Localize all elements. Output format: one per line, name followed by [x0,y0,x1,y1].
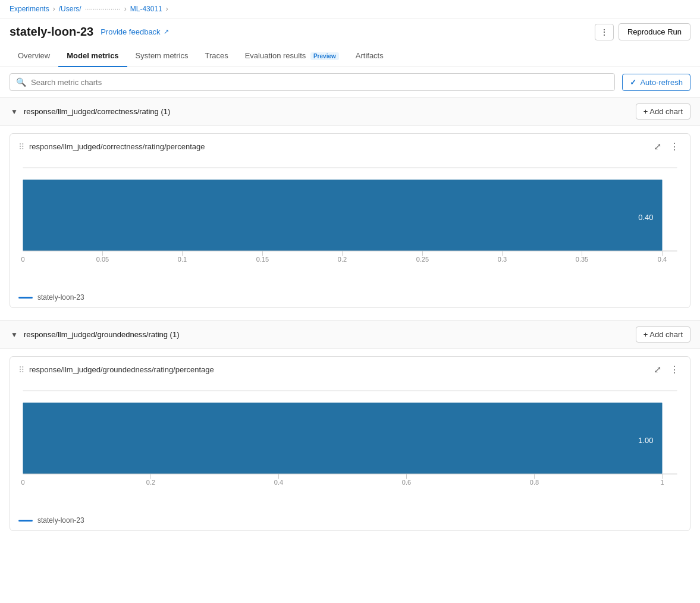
more-button[interactable]: ⋮ [595,24,614,40]
tabs-bar: Overview Model metrics System metrics Tr… [0,45,700,67]
svg-text:0: 0 [21,479,24,486]
header-left: stately-loon-23 Provide feedback ↗ [10,25,169,39]
sep1: › [53,5,55,13]
svg-text:0.6: 0.6 [402,479,411,486]
tab-traces[interactable]: Traces [196,45,236,67]
eval-results-label: Evaluation results [245,51,306,60]
svg-text:0.40: 0.40 [638,213,653,222]
users-path: ·················· [85,5,121,13]
chart-svg-correctness: 0.40 0 0.05 0.1 0.15 0.2 0.25 0.3 0.35 [18,162,682,281]
svg-rect-1 [23,180,663,251]
section-correctness-header: ▼ response/llm_judged/correctness/rating… [0,97,700,126]
legend-line-groundedness-icon [18,520,33,522]
tab-system-metrics[interactable]: System metrics [127,45,197,67]
sep2: › [124,5,127,13]
section-groundedness-title: response/llm_judged/groundedness/rating … [24,330,180,339]
svg-rect-22 [23,403,663,474]
chart-card-groundedness-percentage: ⠿ response/llm_judged/groundedness/ratin… [10,356,690,531]
collapse-correctness-button[interactable]: ▼ [10,106,19,117]
external-link-icon: ↗ [164,28,169,36]
collapse-groundedness-button[interactable]: ▼ [10,329,19,340]
experiments-link[interactable]: Experiments [10,5,49,13]
add-chart-groundedness-button[interactable]: + Add chart [636,326,690,343]
chart-area-groundedness: 1.00 0 0.2 0.4 0.6 0.8 1 [10,382,690,511]
svg-text:0.4: 0.4 [658,256,667,263]
check-icon: ✓ [630,78,636,87]
section-groundedness: ▼ response/llm_judged/groundedness/ratin… [0,320,700,531]
auto-refresh-button[interactable]: ✓ Auto-refresh [622,74,690,91]
svg-text:0.05: 0.05 [96,256,109,263]
search-icon: 🔍 [16,77,26,87]
section-groundedness-header: ▼ response/llm_judged/groundedness/ratin… [0,320,700,349]
tab-overview[interactable]: Overview [10,45,58,67]
run-id-link[interactable]: ML-43011 [130,5,162,13]
svg-text:0.3: 0.3 [498,256,507,263]
groundedness-chart-menu-button[interactable]: ⋮ [667,363,682,376]
section-correctness-title: response/llm_judged/correctness/rating (… [24,107,170,116]
svg-text:0.15: 0.15 [256,256,269,263]
section-correctness: ▼ response/llm_judged/correctness/rating… [0,97,700,308]
legend-correctness: stately-loon-23 [10,288,690,307]
svg-text:0.2: 0.2 [338,256,347,263]
chart-card-correctness-percentage: ⠿ response/llm_judged/correctness/rating… [10,133,690,308]
expand-chart-button[interactable]: ⤢ [651,140,664,153]
tab-model-metrics[interactable]: Model metrics [58,45,127,67]
feedback-link[interactable]: Provide feedback ↗ [101,27,168,36]
drag-handle-groundedness-icon[interactable]: ⠿ [18,365,24,375]
add-chart-correctness-button[interactable]: + Add chart [636,103,690,120]
search-input-wrap: 🔍 [10,73,615,91]
legend-groundedness: stately-loon-23 [10,511,690,530]
svg-text:0.8: 0.8 [530,479,539,486]
sep3: › [166,5,168,13]
legend-label-groundedness: stately-loon-23 [37,516,84,525]
legend-label-correctness: stately-loon-23 [37,293,84,302]
chart-title-correctness: response/llm_judged/correctness/rating/p… [29,142,205,151]
chart-title-groundedness: response/llm_judged/groundedness/rating/… [29,365,214,374]
drag-handle-icon[interactable]: ⠿ [18,142,24,152]
expand-groundedness-chart-button[interactable]: ⤢ [651,363,664,376]
chart-area-correctness: 0.40 0 0.05 0.1 0.15 0.2 0.25 0.3 0.35 [10,159,690,288]
breadcrumb: Experiments › /Users/ ··················… [0,0,700,18]
reproduce-run-button[interactable]: Reproduce Run [619,23,690,40]
svg-text:0.25: 0.25 [416,256,429,263]
svg-text:0.2: 0.2 [146,479,155,486]
header-row: stately-loon-23 Provide feedback ↗ ⋮ Rep… [0,18,700,45]
search-input[interactable] [31,78,608,87]
search-bar-row: 🔍 ✓ Auto-refresh [0,67,700,97]
tab-artifacts[interactable]: Artifacts [347,45,392,67]
chart-menu-button[interactable]: ⋮ [667,140,682,153]
users-link[interactable]: /Users/ [59,5,81,13]
preview-badge: Preview [310,52,339,60]
svg-text:0.1: 0.1 [178,256,187,263]
header-right: ⋮ Reproduce Run [595,23,690,40]
legend-line-icon [18,297,33,299]
chart-svg-groundedness: 1.00 0 0.2 0.4 0.6 0.8 1 [18,385,682,504]
svg-text:0.35: 0.35 [576,256,588,263]
svg-text:0.4: 0.4 [274,479,283,486]
run-title: stately-loon-23 [10,25,93,39]
svg-text:1.00: 1.00 [638,436,653,445]
svg-text:0: 0 [21,256,24,263]
tab-evaluation-results[interactable]: Evaluation results Preview [237,45,347,67]
svg-text:1: 1 [660,479,664,486]
